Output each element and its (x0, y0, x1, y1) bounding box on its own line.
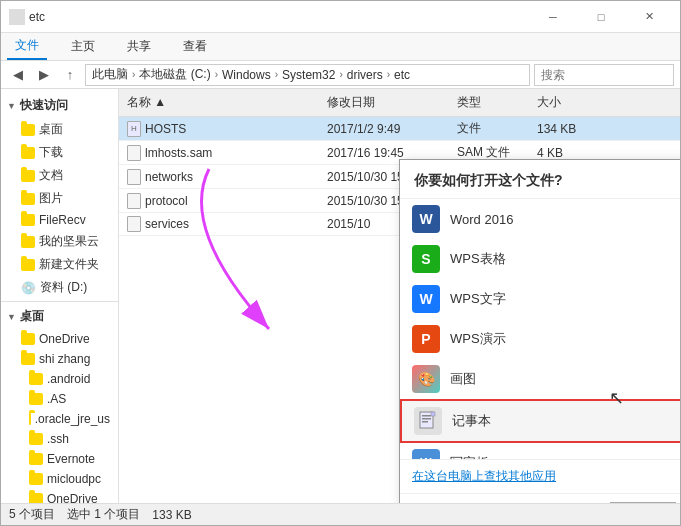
breadcrumb[interactable]: 此电脑 › 本地磁盘 (C:) › Windows › System32 › d… (85, 64, 530, 86)
dialog-footer: 确定 (400, 493, 680, 503)
sidebar-item-label: 下载 (39, 144, 63, 161)
col-date[interactable]: 修改日期 (319, 92, 449, 113)
sidebar-item-oracle[interactable]: .oracle_jre_us (1, 409, 118, 429)
up-button[interactable]: ↑ (59, 64, 81, 86)
app-name: 画图 (450, 370, 476, 388)
folder-icon (21, 170, 35, 182)
breadcrumb-part: drivers (347, 68, 383, 82)
sidebar-item-evernote[interactable]: Evernote (1, 449, 118, 469)
breadcrumb-part: 此电脑 (92, 66, 128, 83)
folder-icon (29, 413, 31, 425)
file-icon (127, 216, 141, 232)
list-item[interactable]: S WPS表格 (400, 239, 680, 279)
folder-icon (29, 373, 43, 385)
sidebar-item-label: Evernote (47, 452, 95, 466)
sidebar-item-documents[interactable]: 文档 (1, 164, 118, 187)
file-list-header: 名称 ▲ 修改日期 类型 大小 (119, 89, 680, 117)
svg-rect-4 (422, 421, 428, 423)
ribbon: 文件 主页 共享 查看 (1, 33, 680, 61)
folder-icon (29, 493, 43, 503)
file-name-cell: protocol (119, 190, 319, 212)
file-size-cell: 134 KB (529, 119, 589, 139)
list-item[interactable]: W Word 2016 (400, 199, 680, 239)
file-name-cell: services (119, 213, 319, 235)
sidebar-item-filerecv[interactable]: FileRecv (1, 210, 118, 230)
sidebar-item-downloads[interactable]: 下载 (1, 141, 118, 164)
back-button[interactable]: ◀ (7, 64, 29, 86)
sidebar-item-label: shi zhang (39, 352, 90, 366)
confirm-button[interactable]: 确定 (610, 502, 676, 503)
sidebar-item-ssh[interactable]: .ssh (1, 429, 118, 449)
breadcrumb-part: System32 (282, 68, 335, 82)
sidebar-item-label: .ssh (47, 432, 69, 446)
list-item[interactable]: W WPS文字 (400, 279, 680, 319)
folder-icon (29, 453, 43, 465)
forward-button[interactable]: ▶ (33, 64, 55, 86)
sidebar-item-shizhang[interactable]: shi zhang (1, 349, 118, 369)
app-icon-wps-s: S (412, 245, 440, 273)
drive-icon: 💿 (21, 281, 36, 295)
sidebar-item-label: 资料 (D:) (40, 279, 87, 296)
app-name: WPS文字 (450, 290, 506, 308)
folder-icon (29, 433, 43, 445)
app-name: 写字板 (450, 454, 489, 459)
file-list: 名称 ▲ 修改日期 类型 大小 H HOSTS 2017/1/2 9:49 文件… (119, 89, 680, 503)
sidebar-item-label: micloudpc (47, 472, 101, 486)
sidebar-item-as[interactable]: .AS (1, 389, 118, 409)
close-button[interactable]: ✕ (626, 1, 672, 33)
dialog-app-list: W Word 2016 S WPS表格 W (400, 199, 680, 459)
tab-view[interactable]: 查看 (175, 34, 215, 59)
tab-share[interactable]: 共享 (119, 34, 159, 59)
find-more-apps-link[interactable]: 在这台电脑上查找其他应用 (400, 459, 680, 493)
sidebar-item-pictures[interactable]: 图片 (1, 187, 118, 210)
file-icon: H (127, 121, 141, 137)
file-date-cell: 2017/1/2 9:49 (319, 119, 449, 139)
open-with-dialog: 你要如何打开这个文件? W Word 2016 S WPS表格 (399, 159, 680, 503)
app-icon-notepad (414, 407, 442, 435)
app-icon-wps-w: W (412, 285, 440, 313)
sidebar-item-onedrive2[interactable]: OneDrive (1, 489, 118, 503)
sidebar-item-label: .android (47, 372, 90, 386)
file-icon (127, 145, 141, 161)
minimize-button[interactable]: ─ (530, 1, 576, 33)
list-item-notepad[interactable]: 记事本 (400, 399, 680, 443)
sidebar-item-label: .oracle_jre_us (35, 412, 110, 426)
table-row[interactable]: H HOSTS 2017/1/2 9:49 文件 134 KB (119, 117, 680, 141)
sidebar-divider (1, 301, 118, 302)
sidebar-item-label: 我的坚果云 (39, 233, 99, 250)
sidebar-item-newfolder[interactable]: 新建文件夹 (1, 253, 118, 276)
window-title: etc (29, 10, 526, 24)
app-name: 记事本 (452, 412, 491, 430)
tab-file[interactable]: 文件 (7, 33, 47, 60)
title-bar: etc ─ □ ✕ (1, 1, 680, 33)
list-item[interactable]: P WPS演示 (400, 319, 680, 359)
app-name: WPS表格 (450, 250, 506, 268)
main-area: ▼ 快速访问 桌面 下载 文档 图片 FileRecv (1, 89, 680, 503)
col-size[interactable]: 大小 (529, 92, 589, 113)
maximize-button[interactable]: □ (578, 1, 624, 33)
file-name-cell: lmhosts.sam (119, 142, 319, 164)
app-name: Word 2016 (450, 212, 513, 227)
sidebar-quick-access[interactable]: ▼ 快速访问 (1, 93, 118, 118)
sidebar-desktop-section[interactable]: ▼ 桌面 (1, 304, 118, 329)
sidebar-item-android[interactable]: .android (1, 369, 118, 389)
status-size: 133 KB (152, 508, 191, 522)
sidebar-quick-access-label: 快速访问 (20, 97, 68, 114)
sidebar-item-jianguoyun[interactable]: 我的坚果云 (1, 230, 118, 253)
col-type[interactable]: 类型 (449, 92, 529, 113)
sidebar-item-desktop[interactable]: 桌面 (1, 118, 118, 141)
col-name[interactable]: 名称 ▲ (119, 92, 319, 113)
sidebar-item-drive-d[interactable]: 💿 资料 (D:) (1, 276, 118, 299)
list-item[interactable]: 🎨 画图 (400, 359, 680, 399)
search-input[interactable] (534, 64, 674, 86)
chevron-icon: ▼ (7, 312, 16, 322)
folder-icon (29, 473, 43, 485)
sidebar-item-onedrive[interactable]: OneDrive (1, 329, 118, 349)
list-item[interactable]: W 写字板 (400, 443, 680, 459)
sidebar-item-label: FileRecv (39, 213, 86, 227)
sidebar-item-micloudpc[interactable]: micloudpc (1, 469, 118, 489)
sidebar-item-label: 桌面 (39, 121, 63, 138)
sidebar-item-label: OneDrive (47, 492, 98, 503)
tab-home[interactable]: 主页 (63, 34, 103, 59)
sidebar-item-label: 文档 (39, 167, 63, 184)
